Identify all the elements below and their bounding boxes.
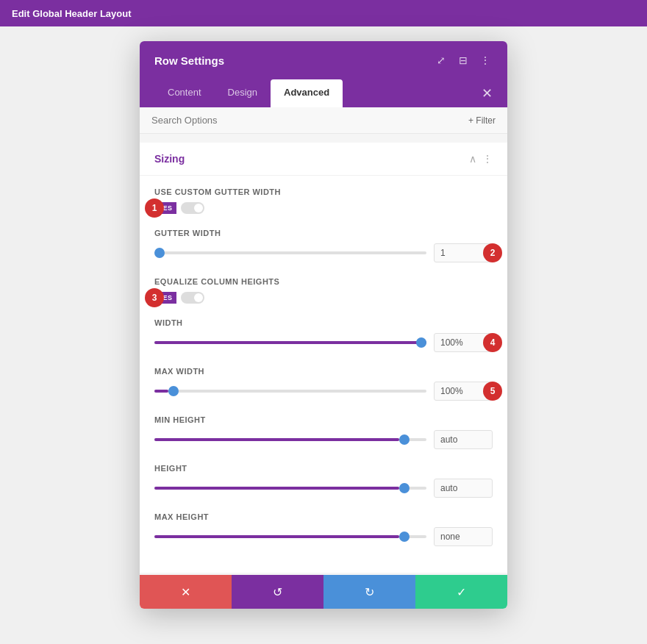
width-thumb[interactable]: [416, 337, 426, 348]
width-slider[interactable]: [154, 335, 426, 350]
gutter-width-track: [154, 251, 426, 254]
field-equalize-column-heights: Equalize Column Heights 3 YES: [154, 277, 493, 304]
width-label: Width: [154, 318, 493, 327]
min-height-label: Min Height: [154, 415, 493, 424]
field-gutter-width: Gutter Width 2: [154, 229, 493, 262]
width-slider-row: 4: [154, 333, 493, 352]
max-width-input-wrap: 5: [434, 382, 493, 401]
reset-button[interactable]: ↺: [232, 575, 324, 609]
tab-design[interactable]: Design: [215, 79, 271, 107]
min-height-thumb[interactable]: [399, 434, 410, 445]
more-icon[interactable]: ⋮: [478, 53, 493, 68]
tab-content[interactable]: Content: [154, 79, 215, 107]
height-slider[interactable]: [154, 481, 426, 495]
height-input[interactable]: [434, 479, 493, 498]
cancel-button[interactable]: ✕: [140, 575, 232, 609]
max-height-fill: [154, 535, 399, 538]
max-height-track: [154, 535, 426, 538]
gutter-width-label: Gutter Width: [154, 229, 493, 237]
max-height-slider[interactable]: [154, 529, 426, 544]
tabs-bar: Content Design Advanced ✕: [140, 79, 507, 107]
modal-header-icons: ⤢ ⊟ ⋮: [434, 53, 493, 68]
sizing-header-icons: ∧ ⋮: [469, 153, 493, 165]
gutter-width-slider[interactable]: [154, 246, 426, 260]
min-height-track: [154, 438, 426, 441]
max-width-slider-row: 5: [154, 382, 493, 401]
sizing-title: Sizing: [154, 153, 185, 165]
min-height-slider[interactable]: [154, 432, 426, 447]
max-width-slider[interactable]: [154, 384, 426, 398]
equalize-column-heights-label: Equalize Column Heights: [154, 277, 493, 286]
use-custom-gutter-label: Use Custom Gutter Width: [154, 187, 493, 196]
badge-5: 5: [483, 382, 502, 401]
gutter-width-slider-row: 2: [154, 243, 493, 262]
height-thumb[interactable]: [399, 483, 410, 493]
field-max-height: Max Height: [154, 512, 493, 546]
filter-button[interactable]: + Filter: [468, 115, 496, 126]
max-height-thumb[interactable]: [399, 532, 410, 542]
field-min-height: Min Height: [154, 415, 493, 449]
field-max-width: Max Width 5: [154, 367, 493, 401]
gutter-width-input-wrap: 2: [434, 243, 493, 262]
refresh-button[interactable]: ↻: [324, 575, 415, 609]
equalize-column-heights-toggle: 3 YES: [154, 292, 493, 304]
badge-1: 1: [145, 198, 164, 218]
modal-title: Row Settings: [154, 54, 224, 67]
modal-content: Sizing ∧ ⋮ Use Custom Gutter Width 1: [140, 134, 507, 575]
badge-2: 2: [483, 243, 502, 262]
modal-wrapper: Row Settings ⤢ ⊟ ⋮ Content Design Advanc…: [0, 26, 647, 644]
min-height-input[interactable]: [434, 430, 493, 449]
use-custom-gutter-toggle: 1 YES: [154, 202, 493, 214]
row-settings-modal: Row Settings ⤢ ⊟ ⋮ Content Design Advanc…: [140, 41, 507, 609]
width-input-wrap: 4: [434, 333, 493, 352]
top-bar: Edit Global Header Layout: [0, 0, 647, 26]
field-use-custom-gutter: Use Custom Gutter Width 1 YES: [154, 187, 493, 214]
height-slider-row: [154, 479, 493, 498]
equalize-switch[interactable]: [181, 292, 204, 304]
columns-icon[interactable]: ⊟: [456, 53, 471, 68]
height-fill: [154, 487, 399, 490]
max-width-fill: [154, 390, 168, 393]
min-height-slider-row: [154, 430, 493, 449]
gutter-width-thumb[interactable]: [154, 248, 165, 258]
max-height-slider-row: [154, 527, 493, 546]
min-height-fill: [154, 438, 399, 441]
use-custom-gutter-switch[interactable]: [181, 202, 204, 214]
top-bar-title: Edit Global Header Layout: [12, 8, 132, 19]
width-track: [154, 341, 426, 344]
height-label: Height: [154, 464, 493, 473]
collapse-icon[interactable]: ∧: [469, 153, 476, 165]
action-bar: ✕ ↺ ↻ ✓: [140, 575, 507, 609]
badge-3: 3: [145, 288, 164, 307]
expand-icon[interactable]: ⤢: [434, 53, 448, 68]
max-height-input[interactable]: [434, 527, 493, 546]
sizing-more-icon[interactable]: ⋮: [482, 153, 493, 165]
search-input[interactable]: [151, 115, 468, 126]
sizing-section-header: Sizing ∧ ⋮: [140, 143, 507, 176]
tab-advanced[interactable]: Advanced: [271, 79, 343, 107]
modal-close-button[interactable]: ✕: [482, 87, 493, 100]
max-width-thumb[interactable]: [168, 386, 179, 396]
sizing-section: Sizing ∧ ⋮ Use Custom Gutter Width 1: [140, 143, 507, 573]
field-height: Height: [154, 464, 493, 498]
save-button[interactable]: ✓: [415, 575, 507, 609]
width-fill: [154, 341, 426, 344]
max-height-label: Max Height: [154, 512, 493, 521]
modal-header: Row Settings ⤢ ⊟ ⋮: [140, 41, 507, 79]
max-width-label: Max Width: [154, 367, 493, 376]
height-track: [154, 487, 426, 490]
field-width: Width 4: [154, 318, 493, 352]
badge-4: 4: [483, 333, 502, 352]
sizing-body: Use Custom Gutter Width 1 YES Gutter Wid…: [140, 176, 507, 573]
search-bar: + Filter: [140, 107, 507, 134]
max-width-track: [154, 390, 426, 393]
